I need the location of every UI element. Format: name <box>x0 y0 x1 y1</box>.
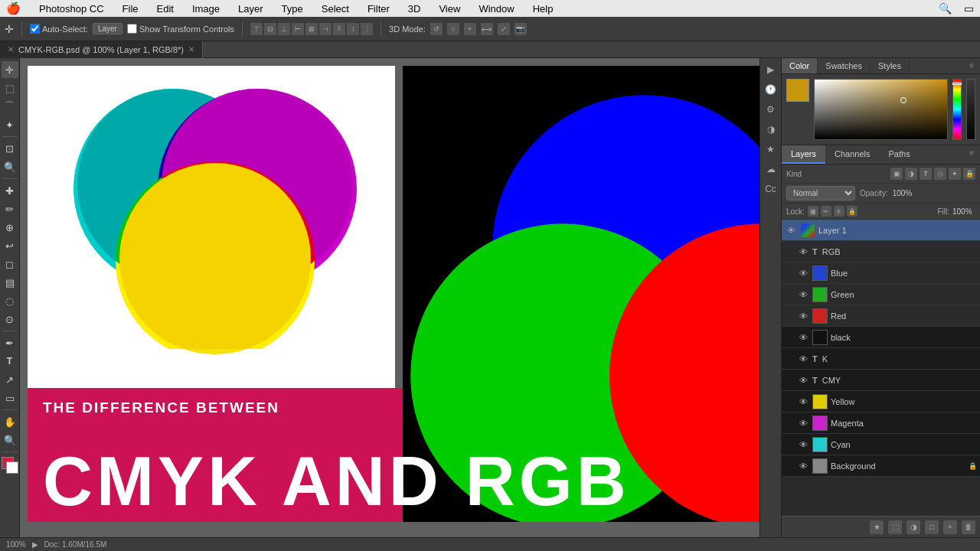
marquee-tool[interactable]: ⬚ <box>2 80 18 96</box>
text-tool[interactable]: T <box>2 353 18 370</box>
layer-item-red[interactable]: 👁 Red <box>782 305 980 327</box>
opacity-slider[interactable] <box>966 79 975 140</box>
eraser-tool[interactable]: ◻ <box>2 256 18 272</box>
layer-item-blue[interactable]: 👁 Blue <box>782 262 980 284</box>
align-top-icon[interactable]: ⊤ <box>250 23 263 35</box>
blur-tool[interactable]: ◌ <box>2 292 18 309</box>
eye-red[interactable]: 👁 <box>797 310 809 322</box>
libraries-icon[interactable]: ☁ <box>763 161 779 178</box>
eye-k[interactable]: 👁 <box>797 353 809 365</box>
align-vcenter-icon[interactable]: ⊟ <box>264 23 276 35</box>
add-group-icon[interactable]: □ <box>925 520 939 534</box>
rotate3d-icon[interactable]: ↺ <box>430 23 443 35</box>
lasso-tool[interactable]: ⌒ <box>2 98 18 115</box>
eye-rgb[interactable]: 👁 <box>797 246 809 258</box>
adjustments-icon[interactable]: ◑ <box>763 121 779 138</box>
eye-blue[interactable]: 👁 <box>797 267 809 279</box>
eyedropper-tool[interactable]: 🔍 <box>2 158 18 175</box>
crop-tool[interactable]: ⊡ <box>2 140 18 157</box>
distribute2-icon[interactable]: ⫶ <box>347 23 359 35</box>
hue-slider[interactable] <box>952 79 962 140</box>
eye-layer1[interactable]: 👁 <box>785 224 797 236</box>
panel-collapse-btn[interactable]: ≡ <box>963 58 980 73</box>
background-color[interactable] <box>6 461 18 474</box>
healing-tool[interactable]: ✚ <box>2 182 18 199</box>
add-mask-icon[interactable]: ⬚ <box>888 520 902 534</box>
menu-edit[interactable]: Edit <box>154 3 177 15</box>
tab-paths[interactable]: Paths <box>880 145 920 164</box>
tab-styles[interactable]: Styles <box>871 58 910 73</box>
brush-tool[interactable]: ✏ <box>2 201 18 217</box>
arrow-btn[interactable]: ▶ <box>32 540 38 549</box>
tab-color[interactable]: Color <box>782 58 818 73</box>
show-transform-check[interactable] <box>127 24 137 34</box>
filter-pixel-icon[interactable]: ▣ <box>890 168 903 180</box>
lock-all-icon[interactable]: 🔒 <box>847 206 858 217</box>
layers-collapse-btn[interactable]: ≡ <box>963 145 980 164</box>
new-layer-icon[interactable]: + <box>943 520 957 534</box>
path-tool[interactable]: ↗ <box>2 371 18 388</box>
doc-tab[interactable]: ✕ CMYK-RGB.psd @ 100% (Layer 1, RGB/8*) … <box>0 41 203 58</box>
menu-type[interactable]: Type <box>279 3 306 15</box>
eye-black[interactable]: 👁 <box>797 331 809 344</box>
eye-magenta[interactable]: 👁 <box>797 417 809 429</box>
layer-item-cyan[interactable]: 👁 Cyan <box>782 434 980 455</box>
menu-help[interactable]: Help <box>530 3 557 15</box>
menu-view[interactable]: View <box>436 3 463 15</box>
add-adjust-icon[interactable]: ◑ <box>906 520 920 534</box>
dodge-tool[interactable]: ⊙ <box>2 311 18 328</box>
filter-adjust-icon[interactable]: ◑ <box>905 168 917 180</box>
workspace-icon[interactable]: ▭ <box>964 2 974 15</box>
tab-close-x[interactable]: ✕ <box>8 45 14 54</box>
lock-position-icon[interactable]: ✛ <box>834 206 844 217</box>
3d-scale-icon[interactable]: ⤢ <box>498 23 510 35</box>
autoselect-checkbox[interactable]: Auto-Select: <box>30 24 88 34</box>
cc-icon[interactable]: Cc <box>763 181 779 197</box>
filter-smart-icon[interactable]: ✦ <box>949 168 961 180</box>
menu-select[interactable]: Select <box>318 3 352 15</box>
eye-cmy[interactable]: 👁 <box>797 374 809 386</box>
layer-item-cmy[interactable]: 👁 T CMY <box>782 370 980 391</box>
layer-item-k[interactable]: 👁 T K <box>782 348 980 370</box>
history-icon[interactable]: 🕐 <box>763 81 779 98</box>
align-hcenter-icon[interactable]: ⊠ <box>305 23 318 35</box>
menu-image[interactable]: Image <box>189 3 223 15</box>
shape-tool[interactable]: ▭ <box>2 390 18 406</box>
menu-file[interactable]: File <box>119 3 142 15</box>
tab-close[interactable]: ✕ <box>188 45 194 54</box>
apple-menu[interactable]: 🍎 <box>6 2 21 15</box>
foreground-swatch[interactable] <box>786 79 809 102</box>
color-gradient-picker[interactable] <box>814 79 948 140</box>
tab-channels[interactable]: Channels <box>825 145 879 164</box>
layer-item-yellow[interactable]: 👁 Yellow <box>782 391 980 412</box>
hand-tool[interactable]: ✋ <box>2 413 18 430</box>
actions-icon[interactable]: ▶ <box>763 61 779 78</box>
3d-pan-icon[interactable]: + <box>464 23 476 35</box>
layer-list[interactable]: 👁 Layer 1 👁 T RGB 👁 Blue <box>782 220 980 516</box>
layer-item-magenta[interactable]: 👁 Magenta <box>782 412 980 434</box>
layer-item-rgb[interactable]: 👁 T RGB <box>782 241 980 262</box>
layer-item-green[interactable]: 👁 Green <box>782 284 980 305</box>
tab-swatches[interactable]: Swatches <box>818 58 871 73</box>
3d-roll-icon[interactable]: ○ <box>447 23 459 35</box>
distribute-icon[interactable]: ⫴ <box>333 23 345 35</box>
menu-layer[interactable]: Layer <box>235 3 266 15</box>
menu-window[interactable]: Window <box>475 3 517 15</box>
autoselect-check[interactable] <box>30 24 40 34</box>
show-transform-checkbox[interactable]: Show Transform Controls <box>127 24 234 34</box>
align-bottom-icon[interactable]: ⊥ <box>278 23 290 35</box>
3d-slide-icon[interactable]: ⟷ <box>481 23 493 35</box>
gradient-tool[interactable]: ▤ <box>2 274 18 291</box>
camera-icon[interactable]: 📷 <box>514 23 527 35</box>
search-icon[interactable]: 🔍 <box>939 2 952 15</box>
delete-layer-icon[interactable]: 🗑 <box>962 520 975 534</box>
layer-dropdown[interactable]: Layer <box>93 23 122 34</box>
menu-photoshop[interactable]: Photoshop CC <box>36 3 107 15</box>
eye-background[interactable]: 👁 <box>797 460 809 472</box>
move-tool[interactable]: ✛ <box>2 61 18 78</box>
filter-type-icon[interactable]: T <box>920 168 932 180</box>
filter-shape-icon[interactable]: ◇ <box>934 168 946 180</box>
properties-icon[interactable]: ⚙ <box>763 101 779 118</box>
distribute3-icon[interactable]: ⋮ <box>361 23 373 35</box>
pen-tool[interactable]: ✒ <box>2 334 18 351</box>
